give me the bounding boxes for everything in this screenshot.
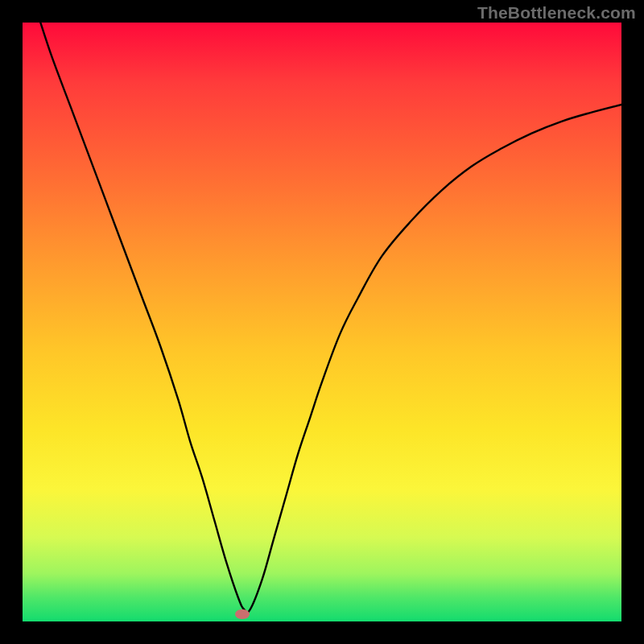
curve-svg	[23, 23, 621, 621]
optimum-marker	[235, 609, 250, 619]
chart-frame: TheBottleneck.com	[0, 0, 644, 644]
plot-area	[23, 23, 621, 621]
curve-line	[40, 23, 621, 613]
watermark-text: TheBottleneck.com	[477, 3, 636, 23]
